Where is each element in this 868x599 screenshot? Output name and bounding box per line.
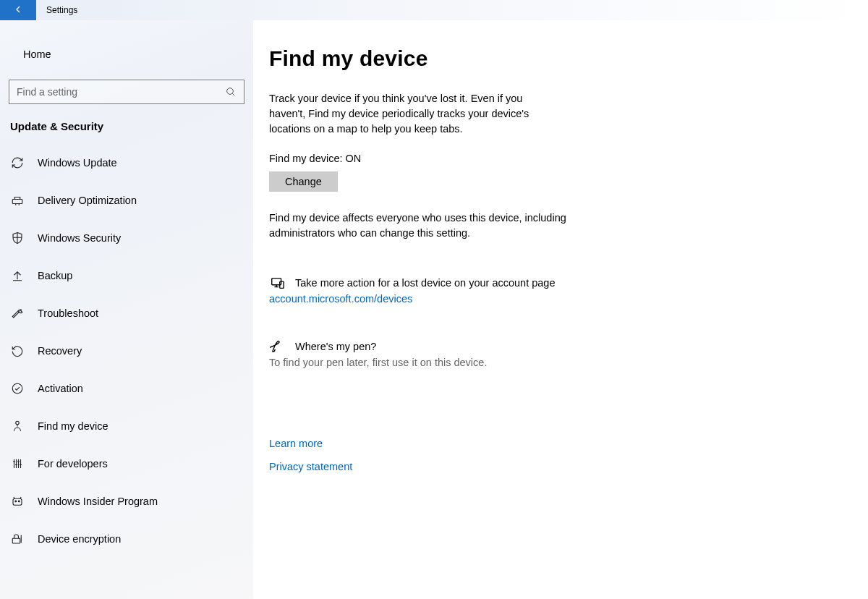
sidebar-item-label: Troubleshoot <box>38 307 98 319</box>
sidebar-item-delivery-optimization[interactable]: Delivery Optimization <box>0 182 253 219</box>
sidebar-item-label: Backup <box>38 270 72 281</box>
app-title: Settings <box>36 5 77 15</box>
search-icon <box>225 86 237 98</box>
upload-icon <box>10 268 25 283</box>
wrench-icon <box>10 306 25 320</box>
sidebar-item-for-developers[interactable]: For developers <box>0 445 253 483</box>
content-pane: Find my device Track your device if you … <box>253 20 658 599</box>
arrow-left-icon <box>12 4 24 17</box>
sidebar-item-backup[interactable]: Backup <box>0 257 253 294</box>
sidebar-item-label: For developers <box>38 458 108 470</box>
sidebar-item-label: Delivery Optimization <box>38 195 137 206</box>
search-input[interactable] <box>17 86 225 98</box>
privacy-link[interactable]: Privacy statement <box>269 461 637 472</box>
change-button[interactable]: Change <box>269 171 338 192</box>
svg-point-5 <box>15 501 17 502</box>
learn-more-link[interactable]: Learn more <box>269 438 637 449</box>
svg-rect-4 <box>13 498 22 505</box>
page-title: Find my device <box>269 46 637 71</box>
pen-icon <box>269 338 286 355</box>
sidebar-item-label: Activation <box>38 383 83 394</box>
svg-rect-7 <box>12 538 20 543</box>
lock-icon <box>10 532 25 546</box>
sidebar-item-find-my-device[interactable]: Find my device <box>0 407 253 445</box>
account-action-text: Take more action for a lost device on yo… <box>295 277 555 289</box>
sidebar-item-label: Windows Update <box>38 157 117 169</box>
sidebar-item-label: Device encryption <box>38 533 121 545</box>
svg-point-3 <box>16 421 20 425</box>
sidebar-item-label: Windows Security <box>38 232 121 244</box>
sidebar-item-windows-security[interactable]: Windows Security <box>0 219 253 257</box>
affects-text: Find my device affects everyone who uses… <box>269 211 573 241</box>
sidebar-item-label: Find my device <box>38 420 109 432</box>
developer-icon <box>10 456 25 471</box>
back-button[interactable] <box>0 0 36 20</box>
account-action-row: Take more action for a lost device on yo… <box>269 274 637 292</box>
sidebar: Home Update & Security Windows Update <box>0 20 253 599</box>
sidebar-item-activation[interactable]: Activation <box>0 370 253 407</box>
sidebar-item-troubleshoot[interactable]: Troubleshoot <box>0 294 253 332</box>
sidebar-item-label: Windows Insider Program <box>38 496 158 507</box>
sidebar-item-device-encryption[interactable]: Device encryption <box>0 520 253 558</box>
sidebar-section-heading: Update & Security <box>0 111 253 144</box>
pen-heading: Where's my pen? <box>295 341 376 352</box>
sync-icon <box>10 156 25 170</box>
search-container <box>9 80 244 104</box>
pen-body: To find your pen later, first use it on … <box>269 357 637 368</box>
sidebar-item-label: Recovery <box>38 345 82 357</box>
sidebar-item-recovery[interactable]: Recovery <box>0 332 253 370</box>
search-box[interactable] <box>9 80 244 104</box>
device-icon <box>269 274 286 292</box>
description-text: Track your device if you think you've lo… <box>269 91 558 137</box>
shield-icon <box>10 231 25 245</box>
titlebar: Settings <box>0 0 868 20</box>
delivery-icon <box>10 193 25 208</box>
sidebar-item-windows-insider[interactable]: Windows Insider Program <box>0 483 253 520</box>
sidebar-home[interactable]: Home <box>0 39 253 69</box>
insider-icon <box>10 494 25 509</box>
pen-row: Where's my pen? <box>269 338 637 355</box>
svg-point-0 <box>227 88 234 95</box>
svg-point-6 <box>18 501 20 502</box>
account-devices-link[interactable]: account.microsoft.com/devices <box>269 293 412 305</box>
svg-rect-1 <box>12 200 22 204</box>
location-icon <box>10 419 25 433</box>
status-line: Find my device: ON <box>269 153 637 164</box>
sidebar-home-label: Home <box>23 48 51 60</box>
check-circle-icon <box>10 381 25 396</box>
svg-point-2 <box>12 383 22 394</box>
sidebar-item-windows-update[interactable]: Windows Update <box>0 144 253 182</box>
recovery-icon <box>10 344 25 358</box>
sidebar-nav: Windows Update Delivery Optimization Win… <box>0 144 253 558</box>
